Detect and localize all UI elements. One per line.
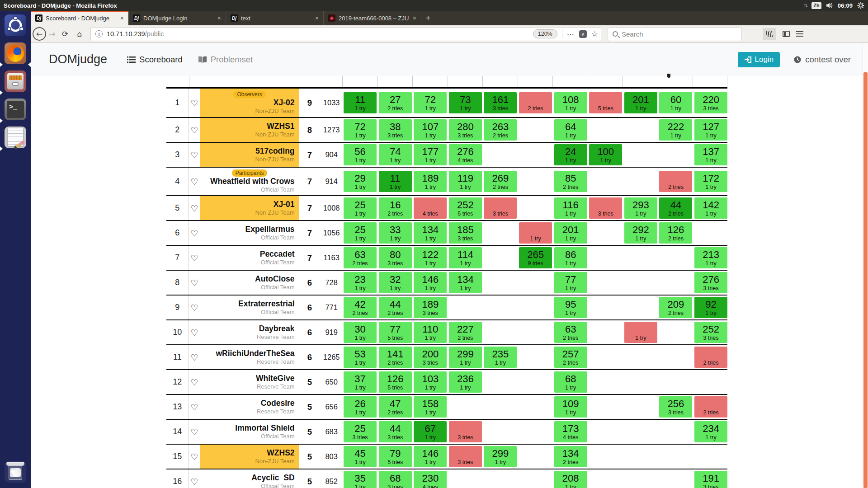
score-cell[interactable]: 2092 tries bbox=[659, 297, 692, 318]
back-button[interactable]: ← bbox=[33, 27, 46, 41]
score-cell[interactable]: 383 tries bbox=[379, 119, 412, 141]
team-cell[interactable]: ObserversXJ-02Non-ZJU Team bbox=[200, 89, 299, 117]
score-cell[interactable]: 1091 try bbox=[554, 396, 587, 418]
text-editor-dock-icon[interactable] bbox=[5, 127, 26, 148]
score-cell[interactable]: 451 try bbox=[344, 446, 377, 467]
score-cell[interactable]: 2803 tries bbox=[449, 119, 482, 141]
score-cell[interactable]: 321 try bbox=[379, 272, 412, 293]
score-cell[interactable]: 251 try bbox=[344, 197, 377, 219]
score-cell[interactable]: 2304 tries bbox=[414, 471, 447, 488]
page-actions-icon[interactable]: ⋯ bbox=[567, 30, 575, 38]
keyboard-layout-indicator[interactable]: Zh bbox=[811, 2, 821, 9]
close-tab-icon[interactable]: × bbox=[217, 14, 222, 22]
score-cell[interactable]: 4 tries bbox=[414, 197, 447, 219]
team-cell[interactable]: CodesireReserve Team bbox=[200, 395, 299, 419]
score-cell[interactable]: 1891 try bbox=[414, 171, 447, 192]
favorite-heart-icon[interactable]: ♡ bbox=[189, 203, 200, 213]
score-cell[interactable]: 861 try bbox=[554, 247, 587, 268]
network-arrows-icon[interactable]: ↑↓ bbox=[803, 2, 807, 9]
score-cell[interactable]: 2361 try bbox=[449, 371, 482, 393]
score-cell[interactable]: 2011 try bbox=[624, 92, 657, 113]
score-cell[interactable]: 111 try bbox=[379, 171, 412, 192]
score-cell[interactable]: 1721 try bbox=[694, 171, 727, 192]
scrollbar-thumb[interactable] bbox=[863, 72, 868, 488]
score-cell[interactable]: 2572 tries bbox=[554, 347, 587, 368]
ubuntu-launcher-icon[interactable] bbox=[5, 14, 26, 36]
score-cell[interactable]: 2 tries bbox=[519, 92, 552, 113]
url-text[interactable]: 10.71.10.239/public bbox=[107, 30, 533, 38]
close-tab-icon[interactable]: × bbox=[412, 14, 417, 22]
team-cell[interactable]: DaybreakReserve Team bbox=[200, 320, 299, 344]
score-cell[interactable]: 3 tries bbox=[449, 421, 482, 442]
score-cell[interactable]: 1071 try bbox=[414, 119, 447, 141]
team-cell[interactable]: WhiteGiveReserve Team bbox=[200, 370, 299, 394]
score-cell[interactable]: 442 tries bbox=[659, 197, 692, 219]
score-cell[interactable]: 771 try bbox=[554, 272, 587, 293]
score-cell[interactable]: 2 tries bbox=[694, 396, 727, 418]
score-cell[interactable]: 2659 tries bbox=[519, 247, 552, 268]
favorite-heart-icon[interactable]: ♡ bbox=[189, 278, 200, 288]
score-cell[interactable]: 2131 try bbox=[694, 247, 727, 268]
score-cell[interactable]: 2 tries bbox=[694, 347, 727, 368]
score-cell[interactable]: 371 try bbox=[344, 371, 377, 393]
firefox-dock-icon[interactable] bbox=[5, 42, 26, 64]
score-cell[interactable]: 641 try bbox=[554, 119, 587, 141]
team-cell[interactable]: wRiichiUnderTheSeaReserve Team bbox=[200, 345, 299, 369]
score-cell[interactable]: 921 try bbox=[694, 297, 727, 318]
login-button[interactable]: Login bbox=[738, 52, 780, 67]
tab-scoreboard[interactable]: Dj Scoreboard - DOMjudge × bbox=[31, 11, 128, 25]
score-cell[interactable]: 1581 try bbox=[414, 396, 447, 418]
score-cell[interactable]: 1191 try bbox=[449, 171, 482, 192]
settings-gear-icon[interactable] bbox=[857, 2, 864, 9]
tab-team-page[interactable]: ❋ 2019-team666-0008 – ZJU × bbox=[324, 11, 421, 25]
search-input[interactable]: Search bbox=[608, 27, 742, 41]
forward-button[interactable]: → bbox=[46, 29, 58, 38]
score-cell[interactable]: 2011 try bbox=[554, 222, 587, 244]
favorite-heart-icon[interactable]: ♡ bbox=[189, 150, 200, 160]
page-scrollbar[interactable] bbox=[863, 43, 868, 488]
trash-dock-icon[interactable] bbox=[5, 461, 26, 483]
score-cell[interactable]: 2931 try bbox=[624, 197, 657, 219]
score-cell[interactable]: 301 try bbox=[344, 322, 377, 343]
favorite-heart-icon[interactable]: ♡ bbox=[189, 328, 200, 338]
favorite-heart-icon[interactable]: ♡ bbox=[189, 125, 200, 135]
score-cell[interactable]: 111 try bbox=[344, 92, 377, 113]
team-cell[interactable]: PeccadetOfficial Team bbox=[200, 246, 299, 270]
file-archiver-dock-icon[interactable] bbox=[5, 70, 26, 92]
score-cell[interactable]: 1031 try bbox=[414, 371, 447, 393]
score-cell[interactable]: 253 tries bbox=[344, 421, 377, 442]
score-cell[interactable]: 2341 try bbox=[694, 421, 727, 442]
close-tab-icon[interactable]: × bbox=[119, 14, 125, 22]
score-cell[interactable]: 2763 tries bbox=[694, 272, 727, 293]
score-cell[interactable]: 2991 try bbox=[484, 446, 517, 467]
score-cell[interactable]: 1081 try bbox=[554, 92, 587, 113]
score-cell[interactable]: 2632 tries bbox=[484, 119, 517, 141]
score-cell[interactable]: 272 tries bbox=[379, 92, 412, 113]
score-cell[interactable]: 632 tries bbox=[554, 322, 587, 343]
score-cell[interactable]: 2525 tries bbox=[449, 197, 482, 219]
score-cell[interactable]: 1371 try bbox=[694, 144, 727, 165]
score-cell[interactable]: 951 try bbox=[554, 297, 587, 318]
volume-icon[interactable] bbox=[826, 2, 833, 9]
score-cell[interactable]: 632 tries bbox=[344, 247, 377, 268]
score-cell[interactable]: 2351 try bbox=[484, 347, 517, 368]
score-cell[interactable]: 442 tries bbox=[379, 297, 412, 318]
score-cell[interactable]: 1101 try bbox=[414, 322, 447, 343]
score-cell[interactable]: 731 try bbox=[449, 92, 482, 113]
score-cell[interactable]: 2221 try bbox=[659, 119, 692, 141]
team-cell[interactable]: Acyclic_SDOfficial Team bbox=[200, 469, 299, 488]
new-tab-button[interactable]: + bbox=[421, 11, 435, 25]
terminal-dock-icon[interactable]: >_ bbox=[5, 99, 26, 120]
score-cell[interactable]: 1221 try bbox=[414, 247, 447, 268]
score-cell[interactable]: 2991 try bbox=[449, 347, 482, 368]
close-tab-icon[interactable]: × bbox=[314, 14, 320, 22]
favorite-heart-icon[interactable]: ♡ bbox=[189, 253, 200, 263]
team-cell[interactable]: AutoCloseOfficial Team bbox=[200, 271, 299, 295]
team-cell[interactable]: WZHS2Non-ZJU Team bbox=[200, 445, 299, 469]
favorite-heart-icon[interactable]: ♡ bbox=[189, 352, 200, 362]
score-cell[interactable]: 2692 tries bbox=[484, 171, 517, 192]
team-cell[interactable]: WZHS1Non-ZJU Team bbox=[200, 118, 299, 142]
favorite-heart-icon[interactable]: ♡ bbox=[189, 177, 200, 187]
score-cell[interactable]: 561 try bbox=[344, 144, 377, 165]
team-cell[interactable]: Immortal ShieldOfficial Team bbox=[200, 420, 299, 444]
